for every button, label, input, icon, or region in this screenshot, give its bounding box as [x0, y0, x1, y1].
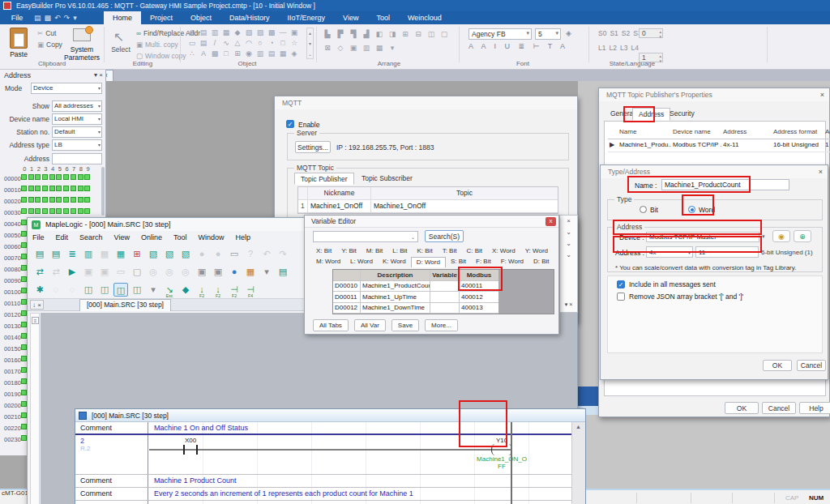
address-bit-cell[interactable] [42, 197, 48, 203]
cut-button[interactable]: ✂Cut [37, 29, 56, 37]
ml-toolbar-icon[interactable]: ▢ [130, 265, 144, 279]
ml-toolbar-icon[interactable]: ▭ [227, 247, 242, 261]
address-bit-cell[interactable] [28, 174, 34, 180]
address-bit-cell[interactable] [49, 174, 55, 180]
ml-toolbar-icon[interactable]: ⊣F2 [227, 283, 242, 297]
arrange-tool-icon[interactable]: ▾ [386, 43, 399, 57]
maplelogic-document-tab[interactable]: [000] Main.SRC [30 step] [79, 299, 171, 311]
object-tool-icon[interactable]: ▧ [243, 28, 255, 38]
address-bit-cell[interactable] [63, 174, 69, 180]
address-bit-cell[interactable] [71, 197, 76, 203]
arrange-tool-icon[interactable]: ▛ [334, 29, 347, 43]
ve-tab-k-word[interactable]: K: Word [378, 257, 411, 267]
multi-copy-button[interactable]: ▣Multi. copy [136, 41, 178, 49]
address-bit-cell[interactable] [78, 208, 83, 214]
language-button-l3[interactable]: L3 [620, 44, 627, 52]
ml-toolbar-icon[interactable]: ▣ [195, 265, 209, 279]
menu-tab-iiot-energy[interactable]: IIoT/Energy [279, 11, 335, 24]
object-tool-icon[interactable]: ◠ [243, 38, 255, 49]
state-spinner[interactable]: 0▴▾ [639, 28, 663, 38]
ml-toolbar-icon[interactable]: ▦ [243, 265, 258, 279]
object-tool-icon[interactable]: ◆ [232, 28, 243, 38]
address-bit-cell[interactable] [35, 174, 41, 180]
ok-button[interactable]: OK [725, 402, 759, 414]
address-bit-cell[interactable] [35, 208, 41, 214]
ml-toolbar-icon[interactable]: ◫ [130, 283, 144, 297]
more--button[interactable]: More... [425, 319, 458, 331]
address-bit-cell[interactable] [35, 197, 41, 203]
ok-button[interactable]: OK [763, 360, 792, 371]
address-bit-cell[interactable] [49, 186, 55, 191]
arrange-tool-icon[interactable]: ◫ [425, 29, 438, 43]
file-menu-button[interactable]: File [3, 11, 31, 24]
object-tool-icon[interactable]: ⊞ [232, 49, 243, 59]
ve-tab-k-bit[interactable]: K: Bit [413, 246, 438, 257]
object-tool-icon[interactable]: ▦ [220, 28, 232, 38]
ml-toolbar-icon[interactable]: ◎ [178, 265, 193, 279]
ml-toolbar-icon[interactable]: ⇄ [32, 265, 47, 279]
arrange-tool-icon[interactable]: ⊟ [412, 29, 425, 43]
address-bit-cell[interactable] [42, 186, 48, 191]
ve-tab-c-bit[interactable]: C: Bit [461, 246, 487, 257]
close-icon[interactable]: × [820, 91, 824, 99]
ve-tab-l-bit[interactable]: L: Bit [387, 246, 412, 257]
ml-toolbar-icon[interactable]: ↷ [276, 247, 290, 261]
quick-access-icon[interactable]: ▩ [45, 14, 52, 22]
ml-toolbar-icon[interactable]: ▧ [146, 247, 160, 261]
address-bit-cell[interactable] [21, 435, 27, 441]
strip-control-icon[interactable]: ⌄ [560, 227, 577, 238]
ml-toolbar-icon[interactable]: ▦ [113, 247, 128, 261]
ve-tab-t-bit[interactable]: T: Bit [438, 246, 462, 257]
ml-toolbar-icon[interactable]: ▣ [81, 265, 96, 279]
ve-tab-m-word[interactable]: M: Word [311, 257, 345, 267]
address-bit-cell[interactable] [21, 322, 27, 327]
arrange-tool-icon[interactable]: ▟ [360, 29, 373, 43]
address-bit-cell[interactable] [71, 208, 76, 214]
arrange-tool-icon[interactable]: ◧ [373, 29, 386, 43]
ml-toolbar-icon[interactable]: ◆ [178, 283, 193, 297]
address-bit-cell[interactable] [78, 197, 83, 203]
address-bit-cell[interactable] [28, 186, 34, 191]
object-tool-icon[interactable]: ▩ [209, 49, 220, 59]
object-tool-icon[interactable]: ○ [255, 38, 266, 49]
ml-toolbar-icon[interactable]: ▥ [81, 247, 96, 261]
address-bit-cell[interactable] [78, 186, 83, 191]
ml-toolbar-icon[interactable]: ◌ [49, 283, 63, 297]
ml-toolbar-icon[interactable]: ▶ [65, 265, 79, 279]
language-button-l2[interactable]: L2 [609, 44, 616, 52]
object-tool-icon[interactable]: ∿ [220, 38, 232, 49]
address-bit-cell[interactable] [21, 265, 27, 271]
dock-collapse-icon[interactable]: ≡ [32, 317, 39, 324]
all-var-button[interactable]: All Var [354, 319, 386, 331]
address-bit-cell[interactable] [21, 242, 27, 248]
ve-tab-y-word[interactable]: Y: Word [520, 246, 553, 257]
address-bit-cell[interactable] [42, 174, 48, 180]
address-bit-cell[interactable] [21, 390, 27, 395]
menu-tab-view[interactable]: View [334, 11, 367, 24]
arrange-tool-icon[interactable]: ▦ [373, 43, 386, 57]
language-button-l1[interactable]: L1 [598, 44, 605, 52]
address-bit-cell[interactable] [21, 299, 27, 305]
ml-toolbar-icon[interactable]: ● [211, 247, 225, 261]
object-tool-icon[interactable]: — [277, 28, 289, 38]
ve-tab-l-word[interactable]: L: Word [345, 257, 378, 267]
address-bit-cell[interactable] [56, 197, 62, 203]
object-tool-icon[interactable]: / [209, 38, 220, 49]
object-tool-icon[interactable]: A [198, 49, 209, 59]
ml-toolbar-icon[interactable]: ◫ [113, 283, 128, 297]
menu-tab-object[interactable]: Object [182, 11, 220, 24]
object-tool-icon[interactable]: ◍ [186, 28, 198, 38]
strip-control-icon[interactable]: ⌄ [560, 250, 577, 261]
address-bit-cell[interactable] [49, 197, 55, 203]
arrange-tool-icon[interactable]: ◨ [386, 29, 399, 43]
address-bit-cell[interactable] [28, 197, 34, 203]
remove-bracket-checkbox[interactable] [617, 293, 625, 301]
language-button-l4[interactable]: L4 [631, 44, 638, 52]
system-parameters-icon[interactable] [73, 28, 91, 41]
menu-tab-data-history[interactable]: Data/History [220, 11, 279, 24]
ve-tab-y-bit[interactable]: Y: Bit [336, 246, 362, 257]
address-bit-cell[interactable] [21, 220, 27, 225]
address-bit-cell[interactable] [21, 401, 27, 407]
table-row[interactable]: D00011Machine1_UpTime400012 [333, 292, 498, 303]
object-tool-icon[interactable]: ▤ [198, 38, 209, 49]
